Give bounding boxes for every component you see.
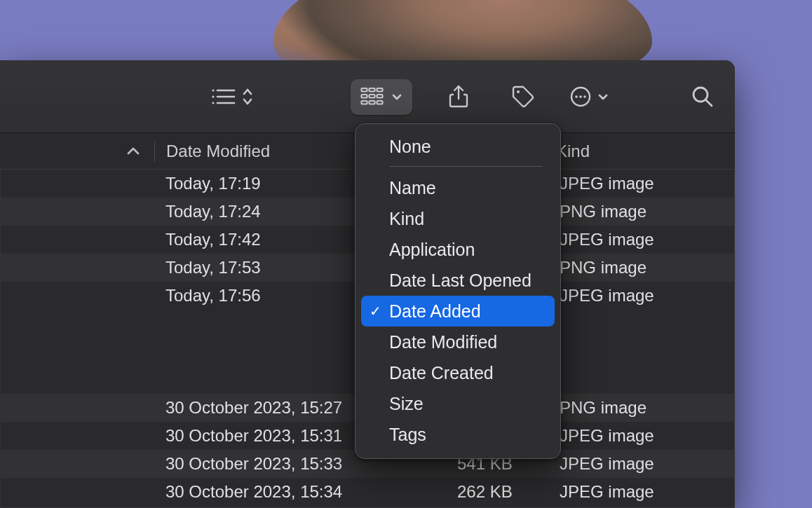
menu-item-label: Kind <box>389 209 424 229</box>
menu-item-label: Size <box>389 394 424 414</box>
cell-kind: JPEG image <box>560 482 654 502</box>
cell-kind: PNG image <box>560 398 647 418</box>
chevron-down-icon <box>391 91 402 102</box>
menu-item-date-created[interactable]: Date Created <box>361 357 555 388</box>
menu-item-date-modified[interactable]: Date Modified <box>361 327 555 357</box>
cell-kind: JPEG image <box>560 454 654 474</box>
cell-date-modified: 30 October 2023, 15:34 <box>165 482 457 502</box>
svg-rect-12 <box>362 101 367 104</box>
cell-size: 262 KB <box>457 482 560 502</box>
more-actions-button[interactable] <box>569 78 609 115</box>
svg-point-16 <box>517 90 520 93</box>
svg-rect-13 <box>370 101 375 104</box>
tags-button[interactable] <box>505 78 541 115</box>
menu-item-label: Application <box>389 240 475 260</box>
svg-point-2 <box>212 95 214 97</box>
menu-item-tags[interactable]: Tags <box>361 419 555 450</box>
svg-point-18 <box>575 95 578 98</box>
svg-rect-6 <box>362 88 367 92</box>
checkmark-icon: ✓ <box>370 303 381 320</box>
menu-item-date-added[interactable]: ✓Date Added <box>361 296 555 327</box>
search-button[interactable] <box>684 78 721 115</box>
svg-point-19 <box>579 95 582 98</box>
svg-rect-11 <box>377 95 383 98</box>
ellipsis-circle-icon <box>569 85 592 108</box>
group-by-button[interactable] <box>351 78 412 115</box>
cell-kind: JPEG image <box>560 286 654 306</box>
menu-item-label: None <box>389 137 431 157</box>
group-by-menu: NoneNameKindApplicationDate Last Opened✓… <box>355 123 561 459</box>
svg-point-4 <box>212 102 214 104</box>
svg-point-0 <box>212 89 214 91</box>
cell-kind: PNG image <box>560 258 647 277</box>
svg-point-20 <box>583 95 586 98</box>
sort-direction-indicator[interactable] <box>112 146 154 156</box>
view-list-stepper-button[interactable] <box>210 78 252 115</box>
search-icon <box>691 85 714 108</box>
svg-rect-9 <box>362 95 367 98</box>
svg-rect-7 <box>370 88 375 92</box>
share-icon <box>448 85 469 109</box>
cell-kind: JPEG image <box>560 426 654 446</box>
menu-item-label: Date Created <box>389 363 494 383</box>
column-divider[interactable] <box>154 141 155 162</box>
svg-point-21 <box>693 88 708 102</box>
menu-item-size[interactable]: Size <box>361 388 555 419</box>
svg-line-22 <box>706 100 712 106</box>
menu-item-kind[interactable]: Kind <box>361 203 555 234</box>
svg-rect-10 <box>370 95 375 98</box>
menu-item-application[interactable]: Application <box>361 234 555 265</box>
cell-kind: JPEG image <box>560 174 654 193</box>
chevron-up-icon <box>126 146 140 156</box>
menu-item-date-last-opened[interactable]: Date Last Opened <box>361 265 555 296</box>
menu-item-name[interactable]: Name <box>361 172 555 203</box>
menu-item-label: Date Added <box>389 301 481 322</box>
table-row[interactable]: 30 October 2023, 15:34262 KBJPEG image <box>0 478 735 506</box>
chevron-down-icon <box>597 91 609 102</box>
menu-item-label: Date Modified <box>389 332 497 352</box>
cell-kind: JPEG image <box>560 230 654 249</box>
group-grid-icon <box>360 87 384 107</box>
stepper-updown-icon <box>243 88 252 106</box>
svg-rect-8 <box>377 88 383 92</box>
menu-item-label: Name <box>389 178 436 198</box>
menu-item-none[interactable]: None <box>361 131 555 162</box>
svg-rect-14 <box>377 101 383 104</box>
tag-icon <box>511 85 535 109</box>
share-button[interactable] <box>440 78 477 115</box>
finder-toolbar <box>0 60 735 133</box>
menu-separator <box>389 166 542 167</box>
list-view-icon <box>210 87 237 107</box>
cell-kind: PNG image <box>560 202 647 221</box>
menu-item-label: Date Last Opened <box>389 270 532 291</box>
menu-item-label: Tags <box>389 425 426 445</box>
